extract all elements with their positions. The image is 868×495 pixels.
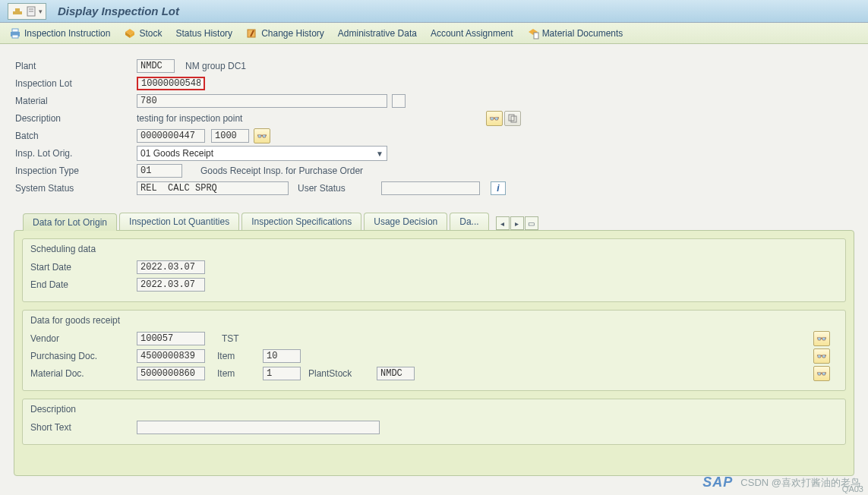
- tab-lot-quantities[interactable]: Inspection Lot Quantities: [119, 213, 239, 230]
- batch-extra-field[interactable]: [211, 129, 249, 143]
- start-date-label: Start Date: [30, 262, 137, 273]
- transaction-code: QA03: [842, 484, 863, 493]
- plant-field[interactable]: [137, 59, 175, 73]
- insp-lot-orig-label: Insp. Lot Orig.: [15, 148, 137, 159]
- chevron-down-icon: ▼: [376, 150, 383, 158]
- description-label: Description: [15, 113, 137, 124]
- tab-scroll-left-button[interactable]: ◂: [496, 216, 510, 230]
- tab-more[interactable]: Da...: [450, 213, 488, 230]
- goods-receipt-groupbox: Data for goods receipt Vendor TST 👓 Purc…: [22, 310, 846, 391]
- change-history-icon: [246, 27, 258, 39]
- account-assignment-link[interactable]: Account Assignment: [431, 28, 513, 39]
- batch-field[interactable]: [137, 129, 205, 143]
- scheduling-groupbox: Scheduling data Start Date End Date: [22, 238, 846, 302]
- status-info-button[interactable]: i: [491, 181, 506, 195]
- change-history-link[interactable]: Change History: [246, 27, 324, 39]
- insp-type-desc: Goods Receipt Insp. for Purchase Order: [200, 166, 363, 176]
- item2-label: Item: [217, 368, 263, 379]
- material-extra-box[interactable]: [392, 94, 406, 108]
- plantstock-field[interactable]: [377, 367, 415, 380]
- item1-field[interactable]: [263, 349, 301, 363]
- svg-rect-7: [12, 35, 18, 38]
- matdoc-label: Material Doc.: [30, 368, 137, 379]
- vendor-field[interactable]: [137, 332, 205, 345]
- description-detail-button[interactable]: 👓: [486, 111, 503, 126]
- page-title: Display Inspection Lot: [58, 5, 179, 17]
- main-form: Plant NM group DC1 Inspection Lot Materi…: [0, 44, 868, 202]
- scheduling-title: Scheduling data: [30, 244, 838, 254]
- shorttext-label: Short Text: [30, 422, 137, 433]
- title-bar: ▾ Display Inspection Lot: [0, 0, 868, 23]
- system-status-label: System Status: [15, 183, 137, 194]
- item2-field[interactable]: [263, 367, 301, 380]
- start-date-field[interactable]: [137, 260, 205, 274]
- material-doc-icon: [527, 27, 539, 39]
- insp-lot-orig-dropdown[interactable]: 01 Goods Receipt ▼: [137, 146, 387, 161]
- tab-list-button[interactable]: ▭: [525, 216, 538, 230]
- tabs-wrap: Data for Lot Origin Inspection Lot Quant…: [14, 213, 854, 476]
- tab-usage-decision[interactable]: Usage Decision: [364, 213, 447, 230]
- title-icon-group[interactable]: ▾: [8, 3, 46, 20]
- copy-icon: [508, 114, 517, 123]
- svg-rect-13: [534, 33, 538, 39]
- inspection-lot-label: Inspection Lot: [15, 78, 137, 89]
- system-status-field: [137, 181, 289, 195]
- description-copy-button[interactable]: [504, 111, 521, 126]
- doc-icon: [25, 5, 37, 17]
- item1-label: Item: [217, 351, 263, 361]
- tab-scroll-right-button[interactable]: ▸: [510, 216, 524, 230]
- vendor-name: TST: [222, 333, 239, 344]
- goods-receipt-title: Data for goods receipt: [30, 315, 838, 326]
- stock-link[interactable]: Stock: [124, 27, 162, 39]
- shorttext-field[interactable]: [137, 421, 380, 434]
- purchdoc-label: Purchasing Doc.: [30, 351, 137, 361]
- user-status-field: [381, 181, 480, 195]
- plantstock-label: PlantStock: [308, 368, 377, 379]
- tab-panel-lot-origin: Scheduling data Start Date End Date Data…: [14, 230, 854, 476]
- end-date-label: End Date: [30, 279, 137, 290]
- stock-icon: [124, 27, 136, 39]
- status-history-link[interactable]: Status History: [175, 28, 232, 39]
- description-value: testing for inspection point: [137, 113, 486, 124]
- tab-specifications[interactable]: Inspection Specifications: [241, 213, 361, 230]
- hat-icon: [11, 5, 24, 17]
- vendor-detail-button[interactable]: 👓: [813, 331, 830, 346]
- batch-detail-button[interactable]: 👓: [254, 128, 270, 143]
- sap-logo: SAP: [702, 475, 733, 490]
- vendor-label: Vendor: [30, 333, 137, 344]
- desc-group-title: Description: [30, 404, 838, 415]
- inspection-instruction-link[interactable]: Inspection Instruction: [9, 27, 110, 39]
- toolbar: Inspection Instruction Stock Status Hist…: [0, 23, 868, 44]
- material-label: Material: [15, 96, 137, 106]
- admin-data-link[interactable]: Administrative Data: [338, 28, 417, 39]
- inspection-lot-field[interactable]: [137, 77, 205, 90]
- printer-icon: [9, 27, 21, 39]
- material-documents-link[interactable]: Material Documents: [527, 27, 623, 39]
- end-date-field[interactable]: [137, 278, 205, 292]
- tab-scroll-controls: ◂ ▸ ▭: [496, 216, 538, 230]
- dropdown-arrow-icon: ▾: [39, 8, 43, 15]
- purchdoc-field[interactable]: [137, 349, 205, 363]
- matdoc-detail-button[interactable]: 👓: [813, 366, 830, 381]
- user-status-label: User Status: [298, 183, 358, 194]
- purchdoc-detail-button[interactable]: 👓: [813, 348, 830, 364]
- material-field[interactable]: [137, 94, 387, 108]
- svg-rect-6: [12, 29, 18, 32]
- plant-desc: NM group DC1: [185, 61, 246, 71]
- batch-label: Batch: [15, 131, 137, 141]
- watermark: SAP CSDN @喜欢打酱油的老鸟: [702, 475, 860, 490]
- svg-rect-1: [15, 8, 20, 12]
- description-groupbox: Description Short Text: [22, 399, 846, 445]
- insp-type-label: Inspection Type: [15, 166, 137, 176]
- tabs-bar: Data for Lot Origin Inspection Lot Quant…: [14, 213, 854, 230]
- plant-label: Plant: [15, 61, 137, 71]
- matdoc-field[interactable]: [137, 367, 205, 380]
- insp-type-field[interactable]: [137, 164, 182, 178]
- tab-lot-origin[interactable]: Data for Lot Origin: [23, 213, 117, 231]
